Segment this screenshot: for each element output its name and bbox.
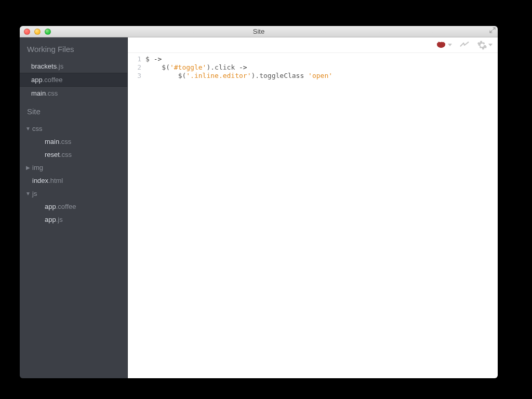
settings-button[interactable] xyxy=(477,40,493,50)
code-line[interactable]: $('.inline.editor').toggleClass 'open' xyxy=(145,72,498,80)
file-basename: main xyxy=(31,89,46,97)
fullscreen-icon[interactable] xyxy=(489,27,496,34)
close-window-button[interactable] xyxy=(24,29,30,35)
indent xyxy=(145,72,178,79)
file-basename: brackets xyxy=(31,62,57,70)
code-token: 'open' xyxy=(308,72,332,79)
chevron-down-icon[interactable]: ▼ xyxy=(25,191,31,196)
file-basename: index xyxy=(32,177,48,184)
chevron-right-icon[interactable]: ▶ xyxy=(25,165,31,170)
window-title: Site xyxy=(20,28,498,35)
live-preview-button[interactable] xyxy=(459,41,470,50)
file-ext: .css xyxy=(46,89,58,97)
code-token: '.inline.editor' xyxy=(186,72,251,79)
window-controls xyxy=(20,29,51,35)
code-editor[interactable]: 123 $ -> $('#toggle').click -> $('.inlin… xyxy=(128,53,498,378)
working-files-header: Working Files xyxy=(20,37,127,60)
tree-folder[interactable]: ▶img xyxy=(20,161,127,174)
working-file-item[interactable]: main.css xyxy=(20,87,127,100)
tree-file[interactable]: app.js xyxy=(20,213,127,226)
code-token: $( xyxy=(162,63,170,71)
file-ext: .css xyxy=(59,138,71,145)
working-files-list: brackets.jsapp.coffeemain.css xyxy=(20,60,127,100)
code-token: ).toggleClass xyxy=(251,72,309,79)
line-number: 1 xyxy=(128,55,141,63)
code-token: -> xyxy=(239,63,247,71)
chevron-down-icon xyxy=(488,44,493,46)
tree-folder[interactable]: ▼js xyxy=(20,187,127,200)
file-ext: .coffee xyxy=(56,203,76,210)
indent xyxy=(145,63,162,71)
file-ext: .html xyxy=(48,177,63,184)
file-ext: .coffee xyxy=(43,76,63,84)
titlebar: Site xyxy=(20,26,498,37)
chevron-down-icon[interactable]: ▼ xyxy=(25,126,31,131)
code-token: $ xyxy=(145,55,154,63)
main-panel: 123 $ -> $('#toggle').click -> $('.inlin… xyxy=(128,37,498,378)
coffeescript-button[interactable] xyxy=(435,41,452,50)
zoom-window-button[interactable] xyxy=(45,29,51,35)
tree-file[interactable]: reset.css xyxy=(20,148,127,161)
line-number-gutter: 123 xyxy=(128,55,145,378)
gear-icon xyxy=(477,40,487,50)
live-preview-icon xyxy=(459,41,470,50)
file-basename: reset xyxy=(45,151,60,158)
file-basename: app xyxy=(45,216,56,223)
minimize-window-button[interactable] xyxy=(34,29,41,35)
file-ext: .js xyxy=(57,62,63,70)
folder-name: js xyxy=(32,190,37,197)
line-number: 2 xyxy=(128,63,141,72)
file-ext: .css xyxy=(60,151,72,158)
code-area[interactable]: $ -> $('#toggle').click -> $('.inline.ed… xyxy=(145,55,498,378)
working-file-item[interactable]: brackets.js xyxy=(20,60,127,73)
coffeescript-icon xyxy=(435,41,447,50)
project-header: Site xyxy=(20,100,127,122)
file-basename: app xyxy=(45,203,56,210)
code-token: $( xyxy=(178,72,187,79)
code-line[interactable]: $('#toggle').click -> xyxy=(145,63,498,72)
tree-file[interactable]: main.css xyxy=(20,135,127,148)
tree-folder[interactable]: ▼css xyxy=(20,122,127,135)
working-file-item[interactable]: app.coffee xyxy=(20,73,127,87)
sidebar: Working Files brackets.jsapp.coffeemain.… xyxy=(20,37,128,378)
chevron-down-icon xyxy=(448,44,452,46)
folder-name: css xyxy=(32,125,43,132)
project-tree: ▼cssmain.cssreset.css▶imgindex.html▼jsap… xyxy=(20,122,127,226)
code-token: ).click xyxy=(206,63,239,71)
editor-toolbar xyxy=(128,37,498,53)
tree-file[interactable]: index.html xyxy=(20,174,127,187)
code-line[interactable]: $ -> xyxy=(145,55,498,63)
folder-name: img xyxy=(32,164,43,171)
code-token: '#toggle' xyxy=(170,63,206,71)
app-window: Site Working Files brackets.jsapp.coffee… xyxy=(20,26,498,378)
file-basename: app xyxy=(31,76,43,84)
file-basename: main xyxy=(45,138,59,145)
file-ext: .js xyxy=(56,216,63,223)
line-number: 3 xyxy=(128,72,141,80)
tree-file[interactable]: app.coffee xyxy=(20,200,127,213)
code-token: -> xyxy=(154,55,162,63)
